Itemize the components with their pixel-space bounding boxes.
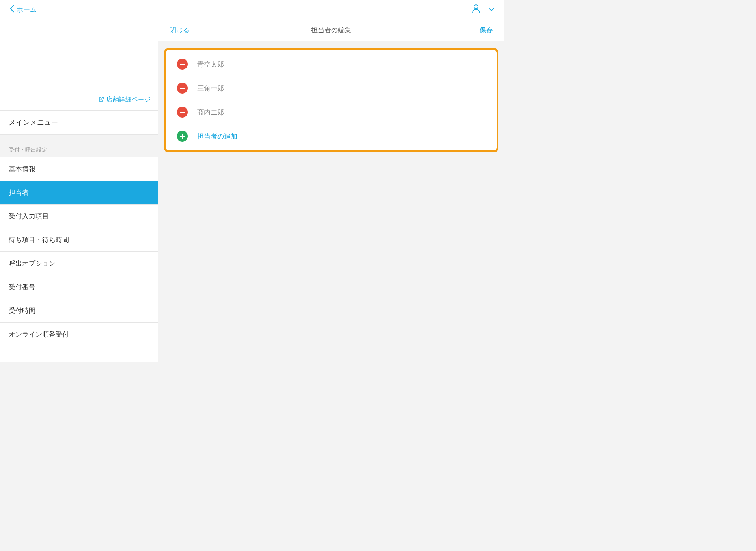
- content-header: 閉じる 担当者の編集 保存: [158, 19, 504, 41]
- user-icon[interactable]: [472, 4, 480, 15]
- sidebar-menu-item[interactable]: 受付入力項目: [0, 205, 158, 228]
- content-area: 閉じる 担当者の編集 保存 青空太郎三角一郎商内二郎担当者の追加: [158, 19, 504, 362]
- person-row: 青空太郎: [169, 52, 493, 76]
- person-name: 青空太郎: [197, 60, 224, 69]
- person-row: 三角一郎: [169, 76, 493, 100]
- add-person-button[interactable]: [177, 131, 188, 142]
- add-person-label: 担当者の追加: [197, 132, 237, 141]
- sidebar-top-space: [0, 19, 158, 89]
- minus-icon: [180, 64, 185, 65]
- sidebar-menu-item[interactable]: オンライン順番受付: [0, 323, 158, 346]
- sidebar-menu-item[interactable]: 基本情報: [0, 157, 158, 181]
- person-row: 商内二郎: [169, 100, 493, 124]
- highlight-box: 青空太郎三角一郎商内二郎担当者の追加: [164, 48, 498, 152]
- person-name: 商内二郎: [197, 108, 224, 117]
- sidebar-section-label: 受付・呼出設定: [0, 135, 158, 157]
- header-right: [472, 4, 495, 15]
- svg-point-0: [474, 5, 478, 9]
- sidebar-menu-item[interactable]: 受付番号: [0, 276, 158, 299]
- main-layout: 店舗詳細ページ メインメニュー 受付・呼出設定 基本情報担当者受付入力項目待ち項…: [0, 19, 504, 362]
- remove-person-button[interactable]: [177, 83, 188, 94]
- top-header: ホーム: [0, 0, 504, 19]
- minus-icon: [180, 112, 185, 113]
- remove-person-button[interactable]: [177, 59, 188, 70]
- chevron-down-icon[interactable]: [488, 6, 495, 13]
- chevron-left-icon: [9, 5, 14, 14]
- store-detail-label: 店舗詳細ページ: [106, 96, 150, 104]
- person-name: 三角一郎: [197, 84, 224, 93]
- content-title: 担当者の編集: [311, 26, 351, 35]
- back-home-label: ホーム: [17, 5, 37, 14]
- sidebar-menu-item[interactable]: 待ち項目・待ち時間: [0, 228, 158, 252]
- remove-person-button[interactable]: [177, 107, 188, 118]
- add-person-row[interactable]: 担当者の追加: [169, 124, 493, 148]
- sidebar-menu-item[interactable]: 受付時間: [0, 299, 158, 323]
- sidebar-menu-item[interactable]: 担当者: [0, 181, 158, 205]
- store-detail-link[interactable]: 店舗詳細ページ: [0, 89, 158, 111]
- main-menu-header[interactable]: メインメニュー: [0, 111, 158, 135]
- sidebar: 店舗詳細ページ メインメニュー 受付・呼出設定 基本情報担当者受付入力項目待ち項…: [0, 19, 158, 362]
- plus-icon: [182, 134, 183, 139]
- minus-icon: [180, 88, 185, 89]
- close-button[interactable]: 閉じる: [169, 26, 189, 35]
- back-home-button[interactable]: ホーム: [9, 5, 37, 14]
- save-button[interactable]: 保存: [480, 26, 493, 35]
- external-link-icon: [98, 96, 104, 103]
- sidebar-menu-item[interactable]: 呼出オプション: [0, 252, 158, 276]
